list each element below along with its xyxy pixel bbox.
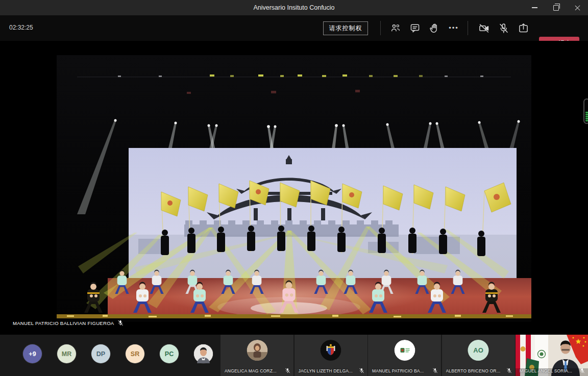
participant-tile-jaclyn[interactable]: JACLYN LIZETH DELGA... [295,335,368,376]
mic-muted-icon [285,368,290,373]
presenter-name: MANUEL PATRICIO BALLIVIAN FIGUEROA [13,320,114,326]
participant-tile-manuel[interactable]: MANUEL PATRICIO BA... [368,335,441,376]
mic-muted-icon [579,368,585,373]
share-icon [518,23,529,34]
white-logo-avatar [394,340,415,361]
meeting-toolbar: 02:32:25 请求控制权 ••• [0,15,588,41]
more-options-button[interactable]: ••• [447,21,461,35]
participant-filmstrip: +9 MR DP SR PC ANGELICA MAG CORZ... [0,335,588,376]
volume-bar [585,114,588,115]
participant-name: ANGELICA MAG CORZ... [225,368,277,373]
participant-bubble-dp[interactable]: DP [91,344,110,363]
chat-button[interactable] [408,21,422,35]
volume-bar [585,118,588,119]
title-bar: Aniversario Insituto Confucio [0,0,588,15]
volume-bar [585,120,588,121]
teams-meeting-window: { "window": { "title": "Aniversario Insi… [0,0,588,376]
volume-bar [585,112,588,113]
mic-muted-icon [359,368,364,373]
participant-name: MIGUEL ANGEL SORIA... [520,368,572,373]
minimize-icon [532,7,537,8]
participant-bubble-photo[interactable] [194,344,213,363]
crest-emblem-avatar [321,340,341,361]
avatar [321,340,341,361]
window-controls [524,0,588,15]
participant-tile-miguel[interactable]: MIGUEL ANGEL SORIA... [516,335,588,376]
presented-video[interactable] [57,55,531,322]
camera-off-icon [479,23,489,34]
minimize-button[interactable] [524,0,545,15]
participant-name: MANUEL PATRICIO BA... [372,368,424,373]
participant-tile-alberto[interactable]: AO ALBERTO BRICENO OR... [442,335,515,376]
man-portrait-avatar [194,344,213,363]
mic-muted-icon [506,368,512,373]
close-button[interactable] [567,0,588,15]
volume-indicator [583,98,588,124]
main-stage-area: MANUEL PATRICIO BALLIVIAN FIGUEROA [0,41,588,335]
share-screen-button[interactable] [516,21,530,35]
mic-muted-icon [117,320,124,326]
toolbar-divider [468,21,468,35]
mic-off-icon [498,23,509,34]
more-icon: ••• [449,26,459,31]
request-control-button[interactable]: 请求控制权 [323,21,368,35]
window-title: Aniversario Insituto Confucio [253,4,334,11]
maximize-icon [553,5,559,11]
participant-name: ALBERTO BRICENO OR... [446,368,501,373]
mic-muted-icon [432,368,438,373]
initials-avatar: AO [468,340,489,361]
chat-icon [410,23,420,33]
overflow-participants-badge[interactable]: +9 [23,344,42,363]
volume-bar [585,116,588,117]
raise-hand-icon [429,23,439,33]
close-icon [575,5,580,11]
avatar [394,340,415,361]
raise-hand-button[interactable] [427,21,442,35]
participant-bubble-mr[interactable]: MR [57,344,76,363]
participant-tile-angelica[interactable]: ANGELICA MAG CORZ... [220,335,293,376]
maximize-button[interactable] [545,0,567,15]
presenter-name-label: MANUEL PATRICIO BALLIVIAN FIGUEROA [13,320,124,326]
stage-scene [57,55,531,322]
avatar [247,340,267,361]
participant-bubble-sr[interactable]: SR [126,344,144,363]
people-icon [390,23,401,33]
woman-photo-avatar [247,340,267,361]
show-participants-button[interactable] [388,21,403,35]
participant-name: JACLYN LIZETH DELGA... [299,368,353,373]
meeting-timer: 02:32:25 [9,24,33,31]
toolbar-divider [380,21,381,35]
camera-toggle-button[interactable] [477,21,491,35]
participant-bubble-pc[interactable]: PC [160,344,179,363]
mic-toggle-button[interactable] [496,21,510,35]
stage-front-edge [57,314,531,322]
